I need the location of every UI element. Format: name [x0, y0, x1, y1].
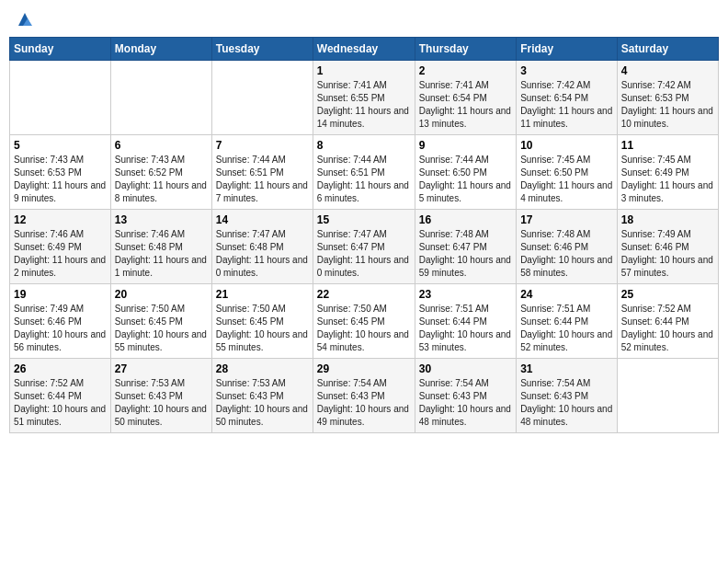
- day-info: Sunrise: 7:42 AM Sunset: 6:53 PM Dayligh…: [621, 79, 714, 131]
- page-header: [9, 9, 719, 29]
- day-info: Sunrise: 7:41 AM Sunset: 6:54 PM Dayligh…: [419, 79, 512, 131]
- calendar-cell: 1Sunrise: 7:41 AM Sunset: 6:55 PM Daylig…: [313, 61, 415, 135]
- day-header-saturday: Saturday: [617, 38, 718, 61]
- day-info: Sunrise: 7:54 AM Sunset: 6:43 PM Dayligh…: [419, 377, 512, 429]
- day-info: Sunrise: 7:48 AM Sunset: 6:47 PM Dayligh…: [419, 228, 512, 280]
- calendar-cell: 11Sunrise: 7:45 AM Sunset: 6:49 PM Dayli…: [617, 135, 718, 210]
- day-number: 24: [520, 288, 613, 301]
- day-info: Sunrise: 7:47 AM Sunset: 6:47 PM Dayligh…: [317, 228, 411, 280]
- day-header-tuesday: Tuesday: [211, 38, 313, 61]
- day-info: Sunrise: 7:46 AM Sunset: 6:49 PM Dayligh…: [14, 228, 107, 280]
- day-info: Sunrise: 7:49 AM Sunset: 6:46 PM Dayligh…: [621, 228, 714, 280]
- week-row-2: 5Sunrise: 7:43 AM Sunset: 6:53 PM Daylig…: [10, 135, 719, 210]
- calendar-cell: 17Sunrise: 7:48 AM Sunset: 6:46 PM Dayli…: [517, 210, 618, 284]
- calendar-cell: 13Sunrise: 7:46 AM Sunset: 6:48 PM Dayli…: [110, 210, 211, 284]
- day-info: Sunrise: 7:44 AM Sunset: 6:50 PM Dayligh…: [419, 154, 512, 205]
- day-number: 27: [115, 362, 208, 375]
- day-number: 2: [419, 64, 512, 77]
- day-number: 26: [14, 362, 107, 375]
- day-number: 5: [14, 139, 107, 152]
- day-info: Sunrise: 7:50 AM Sunset: 6:45 PM Dayligh…: [216, 303, 309, 354]
- day-header-sunday: Sunday: [10, 38, 111, 61]
- calendar-cell: 29Sunrise: 7:54 AM Sunset: 6:43 PM Dayli…: [313, 359, 415, 433]
- calendar-cell: 3Sunrise: 7:42 AM Sunset: 6:54 PM Daylig…: [517, 61, 618, 135]
- day-info: Sunrise: 7:43 AM Sunset: 6:52 PM Dayligh…: [115, 154, 208, 205]
- calendar-cell: 18Sunrise: 7:49 AM Sunset: 6:46 PM Dayli…: [617, 210, 718, 284]
- day-number: 9: [419, 139, 512, 152]
- day-info: Sunrise: 7:42 AM Sunset: 6:54 PM Dayligh…: [520, 79, 613, 131]
- day-info: Sunrise: 7:50 AM Sunset: 6:45 PM Dayligh…: [317, 303, 411, 354]
- calendar-cell: 21Sunrise: 7:50 AM Sunset: 6:45 PM Dayli…: [211, 284, 313, 359]
- day-info: Sunrise: 7:46 AM Sunset: 6:48 PM Dayligh…: [115, 228, 208, 280]
- day-info: Sunrise: 7:47 AM Sunset: 6:48 PM Dayligh…: [216, 228, 309, 280]
- day-number: 6: [115, 139, 208, 152]
- day-header-friday: Friday: [517, 38, 618, 61]
- day-info: Sunrise: 7:53 AM Sunset: 6:43 PM Dayligh…: [115, 377, 208, 429]
- calendar-cell: 27Sunrise: 7:53 AM Sunset: 6:43 PM Dayli…: [110, 359, 211, 433]
- day-number: 7: [216, 139, 309, 152]
- calendar-cell: 25Sunrise: 7:52 AM Sunset: 6:44 PM Dayli…: [617, 284, 718, 359]
- day-number: 25: [621, 288, 714, 301]
- calendar-cell: 30Sunrise: 7:54 AM Sunset: 6:43 PM Dayli…: [415, 359, 516, 433]
- calendar-cell: 14Sunrise: 7:47 AM Sunset: 6:48 PM Dayli…: [211, 210, 313, 284]
- calendar-cell: 23Sunrise: 7:51 AM Sunset: 6:44 PM Dayli…: [415, 284, 516, 359]
- week-row-3: 12Sunrise: 7:46 AM Sunset: 6:49 PM Dayli…: [10, 210, 719, 284]
- day-number: 22: [317, 288, 411, 301]
- day-info: Sunrise: 7:44 AM Sunset: 6:51 PM Dayligh…: [317, 154, 411, 205]
- day-info: Sunrise: 7:51 AM Sunset: 6:44 PM Dayligh…: [419, 303, 512, 354]
- day-number: 10: [520, 139, 613, 152]
- calendar-cell: 24Sunrise: 7:51 AM Sunset: 6:44 PM Dayli…: [517, 284, 618, 359]
- week-row-1: 1Sunrise: 7:41 AM Sunset: 6:55 PM Daylig…: [10, 61, 719, 135]
- logo: [13, 9, 35, 29]
- logo-icon: [15, 9, 35, 29]
- day-info: Sunrise: 7:45 AM Sunset: 6:49 PM Dayligh…: [621, 154, 714, 205]
- day-number: 21: [216, 288, 309, 301]
- day-number: 30: [419, 362, 512, 375]
- day-number: 14: [216, 213, 309, 226]
- day-header-thursday: Thursday: [415, 38, 516, 61]
- day-number: 8: [317, 139, 411, 152]
- day-number: 4: [621, 64, 714, 77]
- calendar-cell: [110, 61, 211, 135]
- day-number: 31: [520, 362, 613, 375]
- day-info: Sunrise: 7:44 AM Sunset: 6:51 PM Dayligh…: [216, 154, 309, 205]
- day-info: Sunrise: 7:52 AM Sunset: 6:44 PM Dayligh…: [14, 377, 107, 429]
- calendar-cell: 6Sunrise: 7:43 AM Sunset: 6:52 PM Daylig…: [110, 135, 211, 210]
- day-number: 1: [317, 64, 411, 77]
- day-number: 20: [115, 288, 208, 301]
- calendar-cell: 26Sunrise: 7:52 AM Sunset: 6:44 PM Dayli…: [10, 359, 111, 433]
- day-info: Sunrise: 7:50 AM Sunset: 6:45 PM Dayligh…: [115, 303, 208, 354]
- calendar-cell: 16Sunrise: 7:48 AM Sunset: 6:47 PM Dayli…: [415, 210, 516, 284]
- day-number: 11: [621, 139, 714, 152]
- day-number: 16: [419, 213, 512, 226]
- day-number: 28: [216, 362, 309, 375]
- calendar-cell: 20Sunrise: 7:50 AM Sunset: 6:45 PM Dayli…: [110, 284, 211, 359]
- calendar-cell: 2Sunrise: 7:41 AM Sunset: 6:54 PM Daylig…: [415, 61, 516, 135]
- calendar-cell: [211, 61, 313, 135]
- calendar-cell: 4Sunrise: 7:42 AM Sunset: 6:53 PM Daylig…: [617, 61, 718, 135]
- week-row-4: 19Sunrise: 7:49 AM Sunset: 6:46 PM Dayli…: [10, 284, 719, 359]
- calendar-table: SundayMondayTuesdayWednesdayThursdayFrid…: [9, 37, 719, 433]
- day-number: 29: [317, 362, 411, 375]
- day-number: 12: [14, 213, 107, 226]
- day-number: 3: [520, 64, 613, 77]
- week-row-5: 26Sunrise: 7:52 AM Sunset: 6:44 PM Dayli…: [10, 359, 719, 433]
- days-header-row: SundayMondayTuesdayWednesdayThursdayFrid…: [10, 38, 719, 61]
- day-info: Sunrise: 7:48 AM Sunset: 6:46 PM Dayligh…: [520, 228, 613, 280]
- calendar-cell: 5Sunrise: 7:43 AM Sunset: 6:53 PM Daylig…: [10, 135, 111, 210]
- calendar-cell: 31Sunrise: 7:54 AM Sunset: 6:43 PM Dayli…: [517, 359, 618, 433]
- calendar-cell: 10Sunrise: 7:45 AM Sunset: 6:50 PM Dayli…: [517, 135, 618, 210]
- day-number: 23: [419, 288, 512, 301]
- day-info: Sunrise: 7:43 AM Sunset: 6:53 PM Dayligh…: [14, 154, 107, 205]
- day-number: 17: [520, 213, 613, 226]
- day-number: 18: [621, 213, 714, 226]
- calendar-cell: 15Sunrise: 7:47 AM Sunset: 6:47 PM Dayli…: [313, 210, 415, 284]
- day-info: Sunrise: 7:53 AM Sunset: 6:43 PM Dayligh…: [216, 377, 309, 429]
- day-info: Sunrise: 7:45 AM Sunset: 6:50 PM Dayligh…: [520, 154, 613, 205]
- day-number: 15: [317, 213, 411, 226]
- day-info: Sunrise: 7:49 AM Sunset: 6:46 PM Dayligh…: [14, 303, 107, 354]
- day-info: Sunrise: 7:52 AM Sunset: 6:44 PM Dayligh…: [621, 303, 714, 354]
- calendar-cell: 22Sunrise: 7:50 AM Sunset: 6:45 PM Dayli…: [313, 284, 415, 359]
- day-info: Sunrise: 7:54 AM Sunset: 6:43 PM Dayligh…: [520, 377, 613, 429]
- calendar-cell: 19Sunrise: 7:49 AM Sunset: 6:46 PM Dayli…: [10, 284, 111, 359]
